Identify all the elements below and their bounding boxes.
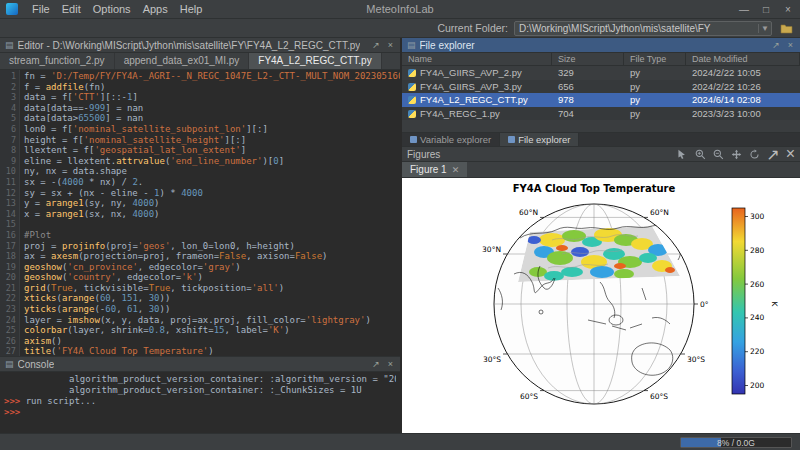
svg-text:60°N: 60°N (519, 208, 538, 217)
code-line: 18ax = axesm(projection=proj, frameon=Fa… (0, 251, 400, 262)
code-line: 9eline = llextent.attrvalue('end_line_nu… (0, 156, 400, 167)
figures-panel: Figures ↗ × Figure 1 ✕ (402, 147, 800, 433)
folder-icon (508, 136, 515, 143)
current-folder-combobox[interactable]: D:\Working\MIScript\Jython\mis\satellite… (514, 21, 772, 36)
select-arrow-icon[interactable] (676, 148, 688, 160)
close-panel-icon[interactable]: × (386, 359, 395, 369)
code-line: 19geoshow('cn_province', edgecolor='gray… (0, 262, 400, 273)
code-line: 17proj = projinfo(proj='geos', lon_0=lon… (0, 241, 400, 252)
code-text: x = arange1(sx, nx, 4000) (20, 209, 160, 220)
code-text: f = addfile(fn) (20, 82, 105, 93)
table-icon (410, 136, 417, 143)
line-number: 11 (0, 177, 20, 188)
code-line: 5data[data>65500] = nan (0, 113, 400, 124)
code-text: xticks(arange(60, 151, 30)) (20, 293, 170, 304)
colorbar-tick-labels: 300 280 260 240 220 200 (750, 212, 765, 390)
float-panel-icon[interactable]: ↗ (766, 145, 779, 164)
menu-file[interactable]: File (26, 3, 56, 15)
line-number: 16 (0, 230, 20, 241)
svg-text:30°N: 30°N (482, 245, 501, 254)
python-file-icon (408, 110, 416, 118)
memory-indicator[interactable]: 8% / 0.0G (680, 437, 792, 448)
chevron-down-icon[interactable]: ▼ (758, 24, 771, 33)
code-text: proj = projinfo(proj='geos', lon_0=lon0,… (20, 241, 295, 252)
code-text: title('FY4A Cloud Top Temperature') (20, 346, 214, 356)
svg-text:60°N: 60°N (650, 208, 669, 217)
code-line: 25colorbar(layer, shrink=0.8, xshift=15,… (0, 325, 400, 336)
column-header-name[interactable]: Name (402, 53, 552, 65)
code-text: geoshow('cn_province', edgecolor='gray') (20, 262, 241, 273)
file-row[interactable]: FY4A_GIIRS_AVP_3.py656py2024/2/22 10:26 (402, 80, 800, 94)
float-panel-icon[interactable]: ↗ (770, 40, 782, 50)
console-line: >>> run script... (4, 396, 396, 407)
svg-text:240: 240 (750, 313, 765, 322)
figure-tab-bar: Figure 1 ✕ (402, 162, 800, 178)
zoom-out-icon[interactable] (712, 148, 724, 160)
console-output[interactable]: algorithm_product_version_container: :al… (0, 372, 400, 433)
menu-edit[interactable]: Edit (56, 3, 87, 15)
editor-tab[interactable]: append_data_ex01_MI.py (115, 53, 250, 69)
console-icon: ▤ (5, 359, 14, 369)
code-line: 23yticks(arange(-60, 61, 30)) (0, 304, 400, 315)
svg-text:300: 300 (750, 212, 765, 221)
dock-tab-file-explorer[interactable]: File explorer (500, 133, 579, 146)
column-header-date-modified[interactable]: Date Modified (686, 53, 800, 65)
code-line: 2f = addfile(fn) (0, 82, 400, 93)
column-header-file-type[interactable]: File Type (624, 53, 686, 65)
svg-text:260: 260 (750, 280, 765, 289)
code-text: eline = llextent.attrvalue('end_line_num… (20, 156, 284, 167)
browse-folder-button[interactable] (778, 21, 794, 35)
code-text: data[data>65500] = nan (20, 113, 143, 124)
code-editor[interactable]: 1fn = 'D:/Temp/FY/FY4A-_AGRI--_N_REGC_10… (0, 70, 400, 356)
line-number: 20 (0, 272, 20, 283)
file-row[interactable]: FY4A_L2_REGC_CTT.py978py2024/6/14 02:08 (402, 93, 800, 107)
figure-canvas[interactable]: FY4A Cloud Top Temperature (402, 178, 800, 433)
file-table-header: NameSizeFile TypeDate Modified (402, 53, 800, 66)
minimize-button[interactable]: — (738, 4, 750, 15)
current-folder-label: Current Folder: (437, 22, 508, 34)
line-number: 5 (0, 113, 20, 124)
code-text: ny, nx = data.shape (20, 166, 127, 177)
editor-tab[interactable]: FY4A_L2_REGC_CTT.py (249, 53, 381, 69)
close-panel-icon[interactable]: × (386, 40, 395, 50)
file-row[interactable]: FY4A_REGC_1.py704py2023/3/23 10:00 (402, 107, 800, 121)
menu-options[interactable]: Options (87, 3, 137, 15)
menu-apps[interactable]: Apps (137, 3, 174, 15)
column-header-size[interactable]: Size (552, 53, 624, 65)
float-panel-icon[interactable]: ↗ (370, 40, 382, 50)
close-button[interactable]: × (782, 4, 794, 15)
close-panel-icon[interactable]: × (786, 40, 795, 50)
zoom-in-icon[interactable] (694, 148, 706, 160)
figure-title: FY4A Cloud Top Temperature (513, 183, 676, 194)
editor-tab[interactable]: stream_function_2.py (0, 53, 115, 69)
code-line: 6lon0 = f['nominal_satellite_subpoint_lo… (0, 124, 400, 135)
close-panel-icon[interactable]: × (786, 145, 795, 163)
code-text: colorbar(layer, shrink=0.8, xshift=15, l… (20, 325, 290, 336)
file-row[interactable]: FY4A_GIIRS_AVP_2.py329py2024/2/22 10:05 (402, 66, 800, 80)
code-line: 26axism() (0, 336, 400, 347)
dock-tab-variable-explorer[interactable]: Variable explorer (402, 133, 500, 146)
code-text: ax = axesm(projection=proj, frameon=Fals… (20, 251, 327, 262)
menu-bar: MeteoInfoLab FileEditOptionsAppsHelp — □… (0, 0, 800, 19)
code-text: fn = 'D:/Temp/FY/FY4A-_AGRI--_N_REGC_104… (20, 71, 400, 82)
pan-icon[interactable] (730, 148, 742, 160)
line-number: 24 (0, 315, 20, 326)
close-figure-icon[interactable]: ✕ (452, 165, 460, 175)
code-line: 15 (0, 219, 400, 230)
menu-help[interactable]: Help (174, 3, 209, 15)
line-number: 18 (0, 251, 20, 262)
code-line: 4data[data==-999] = nan (0, 103, 400, 114)
maximize-button[interactable]: □ (760, 4, 772, 15)
float-panel-icon[interactable]: ↗ (370, 359, 382, 369)
explorer-dock-tabs: Variable explorerFile explorer (402, 132, 800, 147)
code-text: lon0 = f['nominal_satellite_subpoint_lon… (20, 124, 268, 135)
globe-map (494, 204, 698, 404)
code-line: 14x = arange1(sx, nx, 4000) (0, 209, 400, 220)
code-text: data = f['CTT'][::-1] (20, 92, 138, 103)
file-explorer-panel: ▤ File explorer ↗ × NameSizeFile TypeDat… (402, 38, 800, 147)
file-explorer-title: File explorer (420, 40, 475, 51)
line-number: 19 (0, 262, 20, 273)
refresh-icon[interactable] (748, 148, 760, 160)
figure-tab[interactable]: Figure 1 ✕ (402, 162, 467, 177)
editor-panel: ▤ Editor - D:\Working\MIScript\Jython\mi… (0, 38, 400, 356)
